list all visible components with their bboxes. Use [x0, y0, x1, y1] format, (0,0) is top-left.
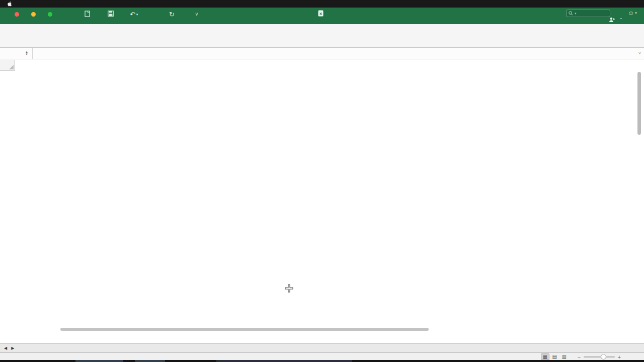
spreadsheet-grid	[0, 59, 644, 343]
macos-menu-bar	[0, 0, 644, 8]
page-layout-view-icon[interactable]: ▤	[550, 353, 559, 360]
feedback-smiley-icon[interactable]: ☺ ▾	[628, 10, 637, 17]
expand-formula-bar-icon[interactable]: ˅	[638, 51, 641, 56]
zoom-slider[interactable]	[584, 356, 615, 357]
zoom-out-icon[interactable]: −	[578, 354, 581, 360]
zoom-in-icon[interactable]: +	[618, 354, 621, 360]
zoom-slider-thumb[interactable]	[601, 354, 606, 359]
video-timeline-strip	[0, 360, 644, 362]
next-sheet-arrow-icon[interactable]: ▶	[11, 346, 14, 350]
excel-window: ↶ ▾ ↻ ˅ X ▾ ☺ ▾ ⌃ ▲▼ ˅	[0, 0, 644, 362]
prev-sheet-arrow-icon[interactable]: ◀	[4, 346, 7, 350]
name-box-stepper[interactable]: ▲▼	[23, 51, 30, 56]
search-scope-chevron-icon: ▾	[575, 12, 577, 16]
formula-bar: ▲▼ ˅	[0, 48, 644, 59]
horizontal-scrollbar[interactable]	[60, 328, 429, 331]
select-all-corner[interactable]	[0, 60, 15, 71]
apple-icon[interactable]	[7, 1, 13, 7]
normal-view-icon[interactable]: ▦	[541, 353, 549, 360]
sheet-tab-bar: ◀ ▶	[0, 343, 644, 352]
search-icon	[569, 11, 573, 16]
status-bar: ▦ ▤ ▥ − +	[0, 352, 644, 360]
vertical-scrollbar[interactable]	[637, 72, 641, 135]
ribbon-tab-strip	[0, 17, 644, 24]
search-input[interactable]: ▾	[566, 10, 610, 17]
ribbon-formulas	[0, 24, 644, 48]
svg-text:X: X	[319, 12, 323, 16]
page-break-view-icon[interactable]: ▥	[560, 353, 569, 360]
